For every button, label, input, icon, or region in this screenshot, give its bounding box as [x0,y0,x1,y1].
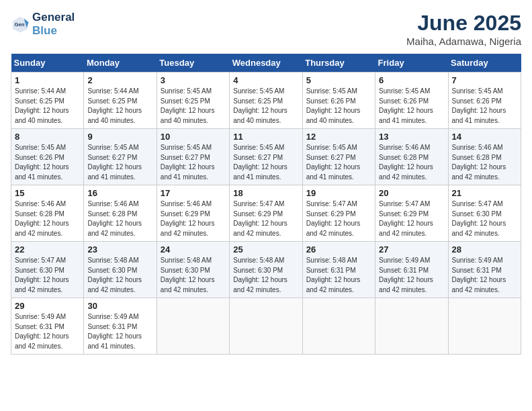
day-number: 2 [87,75,152,85]
calendar-cell: 2 Sunrise: 5:44 AM Sunset: 6:25 PM Dayli… [84,73,157,129]
weekday-header-tuesday: Tuesday [157,54,229,73]
calendar-cell: 18 Sunrise: 5:47 AM Sunset: 6:29 PM Dayl… [230,185,302,242]
calendar-cell: 30 Sunrise: 5:49 AM Sunset: 6:31 PM Dayl… [84,298,157,355]
weekday-header-sunday: Sunday [11,54,84,73]
weekday-header-friday: Friday [375,54,448,73]
day-info: Sunrise: 5:48 AM Sunset: 6:31 PM Dayligh… [306,256,371,295]
day-number: 26 [306,244,371,255]
day-number: 23 [87,244,152,255]
calendar-cell: 1 Sunrise: 5:44 AM Sunset: 6:25 PM Dayli… [11,73,84,129]
day-info: Sunrise: 5:45 AM Sunset: 6:27 PM Dayligh… [161,143,226,182]
day-info: Sunrise: 5:45 AM Sunset: 6:26 PM Dayligh… [306,87,371,126]
calendar-cell: 24 Sunrise: 5:48 AM Sunset: 6:30 PM Dayl… [157,242,229,298]
calendar-cell [230,298,302,355]
day-info: Sunrise: 5:45 AM Sunset: 6:26 PM Dayligh… [379,87,444,126]
day-number: 20 [379,188,444,198]
day-number: 28 [452,244,517,255]
weekday-header-saturday: Saturday [448,54,521,73]
day-number: 9 [87,132,152,142]
svg-text:Gen: Gen [15,21,25,27]
day-number: 30 [87,301,152,311]
day-number: 12 [306,132,371,142]
calendar-cell: 19 Sunrise: 5:47 AM Sunset: 6:29 PM Dayl… [302,185,375,242]
day-info: Sunrise: 5:45 AM Sunset: 6:26 PM Dayligh… [452,87,517,126]
calendar-cell: 6 Sunrise: 5:45 AM Sunset: 6:26 PM Dayli… [375,73,448,129]
day-number: 17 [161,188,226,198]
day-number: 29 [15,301,80,311]
day-info: Sunrise: 5:48 AM Sunset: 6:30 PM Dayligh… [161,256,226,295]
day-number: 8 [15,132,80,142]
day-number: 14 [452,132,517,142]
day-info: Sunrise: 5:45 AM Sunset: 6:25 PM Dayligh… [233,87,298,126]
calendar-cell: 22 Sunrise: 5:47 AM Sunset: 6:30 PM Dayl… [11,242,84,298]
day-info: Sunrise: 5:47 AM Sunset: 6:30 PM Dayligh… [15,256,80,295]
weekday-header-wednesday: Wednesday [230,54,302,73]
calendar-cell: 12 Sunrise: 5:45 AM Sunset: 6:27 PM Dayl… [302,129,375,185]
day-number: 19 [306,188,371,198]
day-info: Sunrise: 5:44 AM Sunset: 6:25 PM Dayligh… [87,87,152,126]
day-info: Sunrise: 5:46 AM Sunset: 6:28 PM Dayligh… [379,143,444,182]
day-number: 4 [233,75,298,85]
day-info: Sunrise: 5:46 AM Sunset: 6:28 PM Dayligh… [15,199,80,238]
day-info: Sunrise: 5:47 AM Sunset: 6:29 PM Dayligh… [233,199,298,238]
logo-text: General Blue [32,11,75,37]
week-row-4: 22 Sunrise: 5:47 AM Sunset: 6:30 PM Dayl… [11,242,521,298]
day-number: 15 [15,188,80,198]
day-number: 13 [379,132,444,142]
day-info: Sunrise: 5:48 AM Sunset: 6:30 PM Dayligh… [233,256,298,295]
month-title: June 2025 [406,11,521,36]
week-row-5: 29 Sunrise: 5:49 AM Sunset: 6:31 PM Dayl… [11,298,521,355]
weekday-header-row: SundayMondayTuesdayWednesdayThursdayFrid… [11,54,521,73]
day-info: Sunrise: 5:48 AM Sunset: 6:30 PM Dayligh… [87,256,152,295]
day-info: Sunrise: 5:45 AM Sunset: 6:27 PM Dayligh… [233,143,298,182]
day-number: 10 [161,132,226,142]
calendar-cell: 23 Sunrise: 5:48 AM Sunset: 6:30 PM Dayl… [84,242,157,298]
calendar-cell: 16 Sunrise: 5:46 AM Sunset: 6:28 PM Dayl… [84,185,157,242]
day-number: 21 [452,188,517,198]
calendar-cell [157,298,229,355]
calendar-cell: 14 Sunrise: 5:46 AM Sunset: 6:28 PM Dayl… [448,129,521,185]
calendar-cell: 7 Sunrise: 5:45 AM Sunset: 6:26 PM Dayli… [448,73,521,129]
calendar-cell [375,298,448,355]
calendar-cell: 29 Sunrise: 5:49 AM Sunset: 6:31 PM Dayl… [11,298,84,355]
day-info: Sunrise: 5:47 AM Sunset: 6:29 PM Dayligh… [306,199,371,238]
calendar-cell: 5 Sunrise: 5:45 AM Sunset: 6:26 PM Dayli… [302,73,375,129]
calendar-cell: 11 Sunrise: 5:45 AM Sunset: 6:27 PM Dayl… [230,129,302,185]
day-info: Sunrise: 5:46 AM Sunset: 6:28 PM Dayligh… [87,199,152,238]
calendar-cell: 13 Sunrise: 5:46 AM Sunset: 6:28 PM Dayl… [375,129,448,185]
calendar-cell: 17 Sunrise: 5:46 AM Sunset: 6:29 PM Dayl… [157,185,229,242]
calendar-cell: 25 Sunrise: 5:48 AM Sunset: 6:30 PM Dayl… [230,242,302,298]
day-number: 11 [233,132,298,142]
calendar-cell: 8 Sunrise: 5:45 AM Sunset: 6:26 PM Dayli… [11,129,84,185]
day-info: Sunrise: 5:45 AM Sunset: 6:26 PM Dayligh… [15,143,80,182]
logo-icon: Gen [11,15,30,34]
calendar-cell: 26 Sunrise: 5:48 AM Sunset: 6:31 PM Dayl… [302,242,375,298]
day-number: 22 [15,244,80,255]
week-row-3: 15 Sunrise: 5:46 AM Sunset: 6:28 PM Dayl… [11,185,521,242]
day-info: Sunrise: 5:45 AM Sunset: 6:25 PM Dayligh… [161,87,226,126]
day-number: 25 [233,244,298,255]
day-info: Sunrise: 5:49 AM Sunset: 6:31 PM Dayligh… [15,312,80,351]
calendar-cell: 21 Sunrise: 5:47 AM Sunset: 6:30 PM Dayl… [448,185,521,242]
calendar-cell [448,298,521,355]
day-info: Sunrise: 5:45 AM Sunset: 6:27 PM Dayligh… [306,143,371,182]
calendar-cell: 28 Sunrise: 5:49 AM Sunset: 6:31 PM Dayl… [448,242,521,298]
day-number: 24 [161,244,226,255]
day-number: 7 [452,75,517,85]
title-area: June 2025 Maiha, Adamawa, Nigeria [406,11,521,47]
calendar-cell: 3 Sunrise: 5:45 AM Sunset: 6:25 PM Dayli… [157,73,229,129]
calendar-cell: 15 Sunrise: 5:46 AM Sunset: 6:28 PM Dayl… [11,185,84,242]
header: Gen General Blue June 2025 Maiha, Adamaw… [11,11,521,47]
day-info: Sunrise: 5:45 AM Sunset: 6:27 PM Dayligh… [87,143,152,182]
day-info: Sunrise: 5:49 AM Sunset: 6:31 PM Dayligh… [452,256,517,295]
day-number: 27 [379,244,444,255]
day-number: 18 [233,188,298,198]
day-info: Sunrise: 5:49 AM Sunset: 6:31 PM Dayligh… [87,312,152,351]
day-info: Sunrise: 5:44 AM Sunset: 6:25 PM Dayligh… [15,87,80,126]
logo: Gen General Blue [11,11,75,37]
calendar-cell: 27 Sunrise: 5:49 AM Sunset: 6:31 PM Dayl… [375,242,448,298]
calendar-table: SundayMondayTuesdayWednesdayThursdayFrid… [11,54,521,355]
day-number: 6 [379,75,444,85]
weekday-header-thursday: Thursday [302,54,375,73]
location: Maiha, Adamawa, Nigeria [406,36,521,47]
